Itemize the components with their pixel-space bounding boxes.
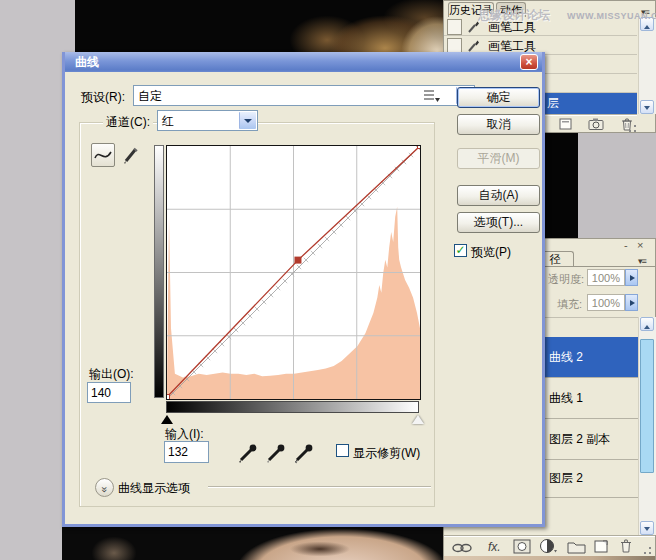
preset-label: 预设(R):	[81, 89, 125, 106]
new-document-from-state-icon[interactable]	[558, 118, 574, 131]
curve-display-options-label[interactable]: 曲线显示选项	[118, 480, 190, 497]
gray-point-eyedropper-icon[interactable]	[264, 441, 288, 465]
curve-graph[interactable]	[166, 145, 421, 400]
layers-panel-menu-icon[interactable]: ▾≡	[638, 256, 646, 266]
show-clipping-checkbox[interactable]	[336, 444, 349, 457]
white-point-eyedropper-icon[interactable]	[292, 441, 316, 465]
link-layers-icon[interactable]	[451, 542, 473, 554]
channel-value: 红	[162, 113, 174, 130]
delete-layer-trash-icon[interactable]	[619, 538, 633, 553]
panel-resize-grip[interactable]	[628, 124, 637, 133]
output-input[interactable]	[87, 382, 131, 403]
scroll-down-button[interactable]	[640, 100, 654, 114]
white-point-slider[interactable]	[412, 415, 424, 424]
panel-close-icon[interactable]: ×	[637, 240, 643, 250]
expander-chevrons-icon[interactable]: »	[95, 478, 114, 497]
scrollbar-thumb[interactable]	[640, 339, 654, 473]
history-source-well[interactable]	[447, 19, 462, 35]
watermark-site-name: 思缘设计论坛	[478, 7, 550, 24]
fill-slider-arrow[interactable]	[625, 294, 638, 311]
cancel-button[interactable]: 取消	[457, 114, 540, 135]
close-icon[interactable]: ×	[520, 54, 538, 70]
new-layer-icon[interactable]	[593, 539, 610, 554]
preset-options-menu-icon[interactable]	[422, 88, 442, 104]
canvas-photo-right	[545, 133, 578, 238]
input-gradient-bar	[166, 401, 419, 413]
options-button[interactable]: 选项(T)...	[457, 212, 540, 233]
smooth-button: 平滑(M)	[457, 148, 540, 169]
panel-resize-grip[interactable]	[643, 546, 652, 555]
channel-dropdown[interactable]: 红	[157, 110, 258, 131]
preset-value: 自定	[138, 88, 162, 105]
brush-tool-icon	[466, 39, 480, 53]
channel-label: 通道(C):	[103, 114, 153, 131]
divider	[444, 535, 655, 536]
dialog-titlebar[interactable]: 曲线 ×	[65, 52, 542, 72]
canvas-photo-bottom-right	[444, 556, 655, 560]
opacity-value[interactable]: 100%	[587, 269, 625, 286]
dialog-title: 曲线	[75, 55, 99, 69]
divider	[208, 486, 431, 487]
auto-button[interactable]: 自动(A)	[457, 185, 540, 206]
black-point-slider[interactable]	[161, 415, 173, 424]
edit-points-tool-button[interactable]	[91, 143, 115, 167]
preview-checkbox[interactable]: ✓	[454, 244, 467, 257]
scroll-up-button[interactable]	[640, 317, 654, 331]
history-scrollbar[interactable]	[638, 17, 656, 114]
fill-label: 填充:	[557, 297, 582, 312]
scroll-down-button[interactable]	[640, 521, 654, 535]
history-state-label: 层	[547, 95, 559, 112]
add-layer-mask-icon[interactable]	[513, 539, 531, 554]
chevron-down-icon[interactable]	[239, 112, 256, 129]
workspace-background	[578, 133, 656, 238]
preview-label: 预览(P)	[471, 244, 511, 261]
pencil-tool-icon[interactable]	[121, 145, 141, 165]
opacity-label: 透明度:	[548, 272, 584, 287]
ok-button[interactable]: 确定	[457, 87, 540, 108]
output-gradient-bar	[154, 145, 164, 398]
new-adjustment-layer-icon[interactable]	[539, 538, 557, 555]
new-group-folder-icon[interactable]	[567, 540, 586, 554]
opacity-slider-arrow[interactable]	[625, 269, 638, 286]
layer-style-fx-icon[interactable]: fx.	[488, 540, 501, 554]
curve-tool-icon	[92, 144, 114, 166]
show-clipping-label: 显示修剪(W)	[353, 445, 420, 462]
panel-minimize-icon[interactable]: -	[624, 240, 628, 250]
new-snapshot-camera-icon[interactable]	[588, 117, 605, 131]
input-input[interactable]	[164, 441, 209, 463]
output-label: 输出(O):	[89, 366, 134, 383]
black-point-eyedropper-icon[interactable]	[236, 441, 260, 465]
fill-value[interactable]: 100%	[587, 294, 625, 311]
layers-scrollbar[interactable]	[638, 317, 656, 535]
watermark-site-url: WWW.MISSYUAN.COM	[567, 11, 656, 21]
photoshop-workspace: 历史记录 动作 ▾≡ 画笔工具 画笔工具 层 思缘设计论坛	[0, 0, 656, 560]
curves-dialog: 曲线 × 预设(R): 自定 确定 取消 平滑(M) 自动(A) 选项(T)..…	[62, 52, 545, 527]
canvas-photo-top	[75, 0, 443, 52]
